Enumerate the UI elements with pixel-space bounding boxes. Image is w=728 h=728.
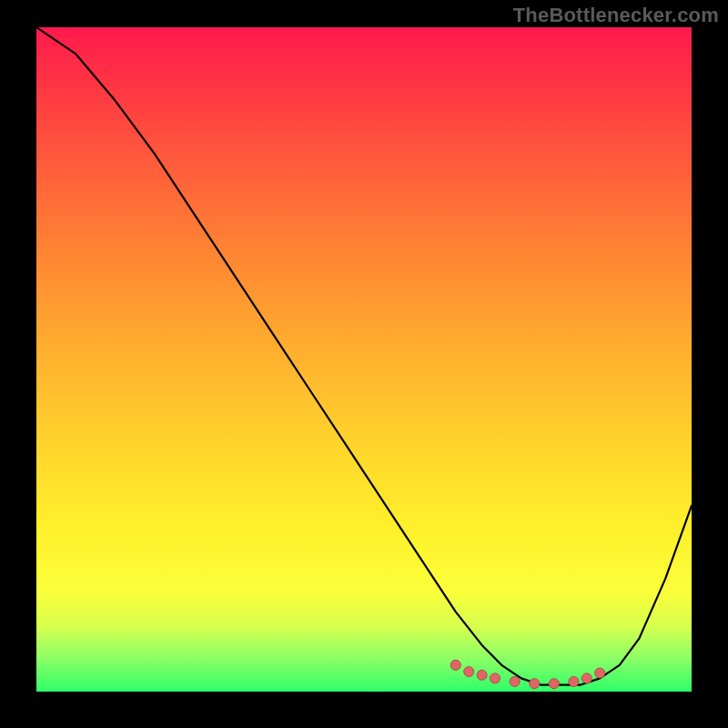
marker-point <box>549 679 559 689</box>
marker-point <box>569 677 579 687</box>
marker-point <box>595 668 605 678</box>
marker-point <box>490 673 500 683</box>
marker-point <box>530 679 540 689</box>
marker-point <box>510 677 520 687</box>
marker-point <box>581 673 592 683</box>
chart-overlay <box>36 27 692 692</box>
watermark-text: TheBottlenecker.com <box>513 4 719 27</box>
marker-point <box>464 667 474 677</box>
chart-frame: TheBottlenecker.com <box>0 0 728 728</box>
marker-point <box>477 670 487 680</box>
plot-area <box>36 27 692 692</box>
marker-point <box>450 660 460 670</box>
bottleneck-curve <box>36 27 692 685</box>
